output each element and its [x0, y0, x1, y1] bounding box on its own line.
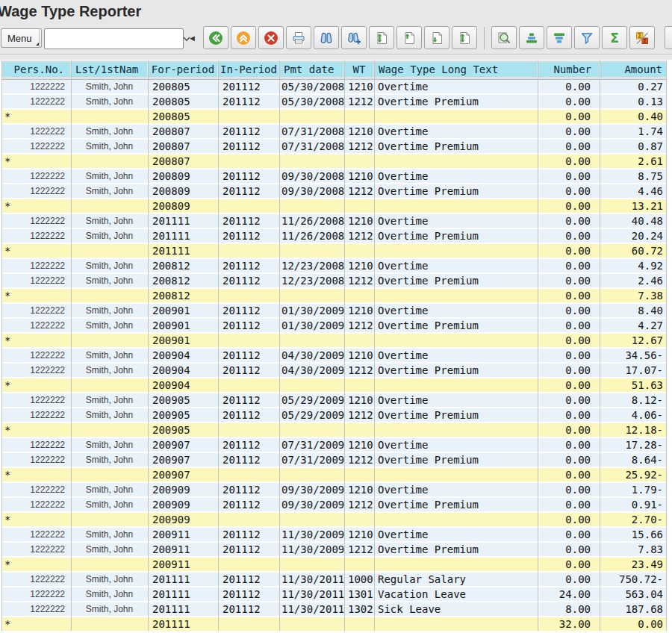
- cell-amount[interactable]: 51.63: [600, 378, 667, 392]
- cell-number[interactable]: 0.00: [538, 364, 600, 377]
- cell-name[interactable]: Smith, John: [71, 140, 148, 153]
- cell-for_period[interactable]: 200807: [148, 125, 218, 138]
- cell-number[interactable]: 24.00: [538, 587, 600, 601]
- cell-amount[interactable]: 17.28-: [600, 438, 667, 452]
- cell-amount[interactable]: 7.83: [600, 543, 667, 556]
- cell-amount[interactable]: 0.40: [600, 110, 667, 123]
- detail-button[interactable]: [491, 26, 517, 49]
- column-header-amount[interactable]: Amount: [600, 60, 667, 79]
- cell-number[interactable]: 8.00: [538, 602, 600, 616]
- cell-pers_no[interactable]: 1222222: [1, 140, 71, 153]
- cell-wage_type_text[interactable]: Regular Salary: [374, 573, 538, 586]
- cell-name[interactable]: [71, 617, 148, 631]
- cell-amount[interactable]: 0.13: [600, 95, 667, 108]
- cell-number[interactable]: 0.00: [538, 244, 600, 258]
- cell-for_period[interactable]: 200905: [148, 393, 218, 407]
- cell-pers_no[interactable]: 1222222: [1, 393, 71, 407]
- cell-amount[interactable]: 12.67: [600, 334, 667, 347]
- cell-pmt_date[interactable]: [279, 289, 344, 302]
- cell-name[interactable]: Smith, John: [71, 438, 148, 452]
- cell-pmt_date[interactable]: 05/30/2008: [279, 80, 344, 93]
- cell-in_period[interactable]: 201112: [218, 319, 279, 332]
- cell-number[interactable]: 0.00: [538, 468, 600, 481]
- first-page-button[interactable]: [369, 26, 394, 49]
- cell-in_period[interactable]: [218, 334, 279, 347]
- cell-pmt_date[interactable]: 11/30/2011: [279, 573, 344, 586]
- cell-for_period[interactable]: 200901: [148, 304, 218, 317]
- cell-name[interactable]: Smith, John: [71, 602, 148, 616]
- cell-amount[interactable]: 8.75: [600, 169, 667, 183]
- cell-for_period[interactable]: 201111: [148, 617, 218, 631]
- cell-for_period[interactable]: 201111: [148, 573, 218, 586]
- cell-pers_no[interactable]: 1222222: [1, 274, 71, 287]
- cell-number[interactable]: 0.00: [538, 80, 600, 93]
- cell-amount[interactable]: 2.46: [600, 274, 667, 287]
- cell-in_period[interactable]: [218, 199, 279, 213]
- column-header-name[interactable]: Lst/1stNam: [71, 60, 148, 79]
- cell-wage_type_text[interactable]: Overtime: [374, 438, 538, 452]
- cell-name[interactable]: Smith, John: [71, 483, 148, 496]
- cell-pers_no[interactable]: 1222222: [1, 498, 71, 511]
- cell-pers_no[interactable]: *: [1, 289, 71, 302]
- cell-amount[interactable]: 40.48: [600, 214, 667, 228]
- cell-pmt_date[interactable]: 11/30/2011: [279, 587, 344, 601]
- cell-pmt_date[interactable]: 04/30/2009: [279, 364, 344, 377]
- back-button[interactable]: [203, 26, 228, 49]
- cell-wage_type_text[interactable]: Overtime: [374, 349, 538, 362]
- cell-number[interactable]: 0.00: [538, 349, 600, 362]
- cell-wt[interactable]: 1210: [344, 483, 374, 496]
- cell-amount[interactable]: 12.18-: [600, 423, 667, 437]
- cell-pers_no[interactable]: *: [1, 513, 71, 526]
- cell-pmt_date[interactable]: 09/30/2008: [279, 184, 344, 198]
- cell-pmt_date[interactable]: [279, 199, 344, 213]
- subtotal-button[interactable]: ΣΣ: [629, 26, 655, 49]
- cell-wage_type_text[interactable]: Overtime Premium: [374, 364, 538, 377]
- cell-in_period[interactable]: 201112: [218, 274, 279, 287]
- cell-wt[interactable]: 1212: [344, 274, 374, 287]
- column-header-for_period[interactable]: For-period: [148, 60, 218, 79]
- cell-amount[interactable]: 187.68: [600, 602, 667, 616]
- cell-amount[interactable]: 0.00: [600, 617, 667, 631]
- cell-wage_type_text[interactable]: [374, 423, 538, 437]
- cell-wage_type_text[interactable]: Overtime: [374, 125, 538, 138]
- print-button[interactable]: [286, 26, 311, 49]
- cell-number[interactable]: 0.00: [538, 95, 600, 108]
- cell-pmt_date[interactable]: 07/31/2009: [279, 453, 344, 467]
- cell-name[interactable]: Smith, John: [71, 393, 148, 407]
- cell-in_period[interactable]: 201112: [218, 393, 279, 407]
- cell-wage_type_text[interactable]: Overtime: [374, 80, 538, 93]
- cell-number[interactable]: 0.00: [538, 304, 600, 317]
- exit-button[interactable]: [231, 26, 256, 49]
- cell-number[interactable]: 0.00: [538, 199, 600, 213]
- cell-for_period[interactable]: 200807: [148, 155, 218, 168]
- cell-wage_type_text[interactable]: Vacation Leave: [374, 587, 538, 601]
- cell-wt[interactable]: [344, 334, 374, 347]
- cell-in_period[interactable]: [218, 289, 279, 302]
- cell-name[interactable]: Smith, John: [71, 453, 148, 467]
- cell-for_period[interactable]: 200812: [148, 289, 218, 302]
- cell-pers_no[interactable]: 1222222: [1, 587, 71, 601]
- cell-wt[interactable]: [344, 155, 374, 168]
- column-header-wage_type_text[interactable]: Wage Type Long Text: [374, 60, 538, 79]
- cell-pers_no[interactable]: *: [1, 617, 71, 631]
- sort-descending-button[interactable]: [547, 26, 572, 49]
- command-field-collapse-button[interactable]: ◄: [188, 32, 196, 44]
- cell-pmt_date[interactable]: 07/31/2009: [279, 438, 344, 452]
- cell-wage_type_text[interactable]: [374, 199, 538, 213]
- cell-in_period[interactable]: 201112: [218, 602, 279, 616]
- cell-pers_no[interactable]: *: [1, 558, 71, 571]
- cell-amount[interactable]: 60.72: [600, 244, 667, 258]
- command-field[interactable]: [44, 28, 184, 49]
- cell-name[interactable]: Smith, John: [71, 184, 148, 198]
- cell-number[interactable]: 0.00: [538, 573, 600, 586]
- cell-amount[interactable]: 8.40: [600, 304, 667, 317]
- cell-name[interactable]: Smith, John: [71, 95, 148, 108]
- cell-pers_no[interactable]: 1222222: [1, 184, 71, 198]
- cell-name[interactable]: Smith, John: [71, 573, 148, 586]
- menu-button[interactable]: Menu: [1, 28, 42, 48]
- cell-for_period[interactable]: 200909: [148, 483, 218, 496]
- cell-number[interactable]: 0.00: [538, 453, 600, 467]
- cell-name[interactable]: Smith, John: [71, 80, 148, 93]
- cell-wage_type_text[interactable]: Overtime Premium: [374, 140, 538, 153]
- cell-wt[interactable]: 1212: [344, 140, 374, 153]
